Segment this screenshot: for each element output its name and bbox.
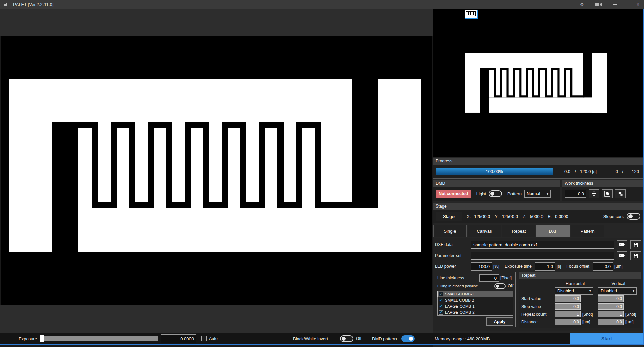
step-value-h-input[interactable]: 0.0 [555,303,581,310]
auto-label: Auto [209,333,218,344]
work-thickness-group: Work thickness 0.0 [562,180,643,201]
distance-v-unit: [µm] [624,320,639,324]
horizontal-mode-select[interactable]: Disabled ▾ [555,287,593,295]
stage-button[interactable]: Stage [436,212,462,221]
focus-offset-label: Focus offset [566,264,589,269]
layer-checkbox[interactable] [439,292,443,296]
repeat-count-v-input[interactable]: 1 [598,311,624,317]
video-camera-icon[interactable] [595,2,602,7]
start-value-v-input[interactable]: 0.0 [598,295,624,302]
dxf-save-button[interactable] [630,240,641,249]
layer-list-item[interactable]: LARGE-COMB-2 [438,309,513,315]
layer-checkbox[interactable] [439,310,443,315]
focus-z-icon [591,191,597,197]
titlebar-separator [590,2,590,7]
exposure-slider-thumb[interactable] [40,335,44,342]
filling-polyline-toggle[interactable] [494,283,506,289]
horizontal-header: Horizontal [555,281,595,286]
exposure-time-input[interactable]: 1.0 [535,262,555,271]
exposure-canvas[interactable] [1,36,432,305]
pattern-select[interactable]: Normal ▾ [524,190,551,198]
save-floppy-icon [633,242,638,247]
tab-pattern[interactable]: Pattern [571,225,604,237]
repeat-count-h-input[interactable]: 1 [555,311,581,317]
stage-y-label: Y: [495,214,499,219]
distance-h-unit: [µm] [581,320,595,324]
maximize-icon[interactable] [623,1,630,8]
auto-checkbox[interactable] [201,336,207,341]
progress-percent: 100.00% [436,168,553,175]
line-thickness-input[interactable]: 0 [479,274,499,282]
tab-dxf[interactable]: DXF [536,225,570,237]
stage-header: Stage [433,203,643,210]
layer-checkbox[interactable] [439,298,443,302]
dmd-status-badge: Not connected [436,190,471,198]
apply-button[interactable]: Apply [486,317,513,326]
filling-polyline-label: Filling in closed polyline [437,284,494,288]
pattern-preview-thumbnail [433,9,643,157]
layer-list-item[interactable]: LARGE-COMB-1 [438,303,513,309]
dxf-options-box: Line thickness 0 [Pixel] Filling in clos… [435,272,516,327]
folder-open-icon [619,253,625,258]
wafer-settings-icon [617,191,623,197]
progress-group: Progress 100.00% 0.0 / 120.0 [s] 0 / 120 [433,158,643,179]
pattern-preview-area[interactable] [433,9,643,157]
tab-repeat[interactable]: Repeat [502,225,535,237]
time-slash: / [570,169,580,174]
distance-v-input[interactable]: 0.0 [598,319,624,325]
start-value-h-input[interactable]: 0.0 [555,295,581,302]
dxf-open-button[interactable] [617,240,627,249]
stage-x-label: X: [467,214,471,219]
work-thickness-input[interactable]: 0.0 [565,190,586,198]
exposure-value-input[interactable]: 0.0000 [161,334,196,343]
vertical-mode-select[interactable]: Disabled ▾ [598,287,637,295]
line-thickness-unit: [Pixel] [500,276,512,280]
mode-tabs: Single Canvas Repeat DXF Pattern [433,225,643,238]
bw-invert-state: Off [356,333,361,344]
led-power-unit: [%] [493,264,499,269]
minimize-icon[interactable] [612,1,618,8]
parameter-set-input[interactable] [471,252,614,260]
vertical-mode-value: Disabled [601,289,617,293]
repeat-header: Repeat [519,272,641,279]
tab-single[interactable]: Single [433,225,467,237]
stage-x-value: 12500.0 [474,214,490,219]
pattern-navigator-thumbnail[interactable] [465,10,478,19]
wafer-settings-button[interactable] [615,189,626,198]
slope-corr-toggle[interactable] [627,213,640,220]
bw-invert-toggle[interactable] [340,335,353,342]
parameter-open-button[interactable] [617,251,627,260]
elapsed-time: 0.0 [553,169,570,174]
center-target-button[interactable] [602,189,613,198]
chevron-down-icon: ▾ [589,289,591,293]
close-icon[interactable]: × [635,1,641,8]
focus-z-button[interactable] [589,189,599,198]
dmd-pattern-toggle[interactable] [401,335,415,342]
save-floppy-icon [633,253,638,258]
exposure-time-unit: [s] [557,264,561,269]
work-thickness-header: Work thickness [562,180,643,187]
center-target-icon [604,191,610,197]
start-button[interactable]: Start [570,333,643,344]
settings-gear-icon[interactable]: ⚙ [579,1,585,8]
exposure-slider[interactable] [40,336,158,341]
layer-list-item[interactable]: SMALL-COMB-2 [438,297,513,303]
layer-label: SMALL-COMB-1 [445,292,474,296]
layer-list-item[interactable]: SMALL-COMB-1 [438,291,513,297]
workspace-background [0,305,433,333]
navigator-comb-glyph [465,10,477,18]
layer-list: SMALL-COMB-1 SMALL-COMB-2 LARGE-COMB-1 L… [437,291,513,316]
dxf-tab-content: DXF data sample pattern_double comb.dxf … [433,238,643,331]
layer-label: LARGE-COMB-1 [445,304,475,308]
layer-checkbox[interactable] [439,304,443,308]
step-value-v-input[interactable]: 0.0 [598,303,624,310]
focus-offset-input[interactable]: 0.0 [593,262,613,271]
parameter-save-button[interactable] [630,251,641,260]
titlebar-separator [607,2,607,7]
led-power-input[interactable]: 100.0 [471,262,492,271]
dxf-data-input[interactable]: sample pattern_double comb.dxf [471,241,614,249]
exposure-time-label: Exposure time [505,264,532,269]
distance-h-input[interactable]: 0.0 [555,319,581,325]
light-toggle[interactable] [489,190,502,197]
tab-canvas[interactable]: Canvas [468,225,501,237]
